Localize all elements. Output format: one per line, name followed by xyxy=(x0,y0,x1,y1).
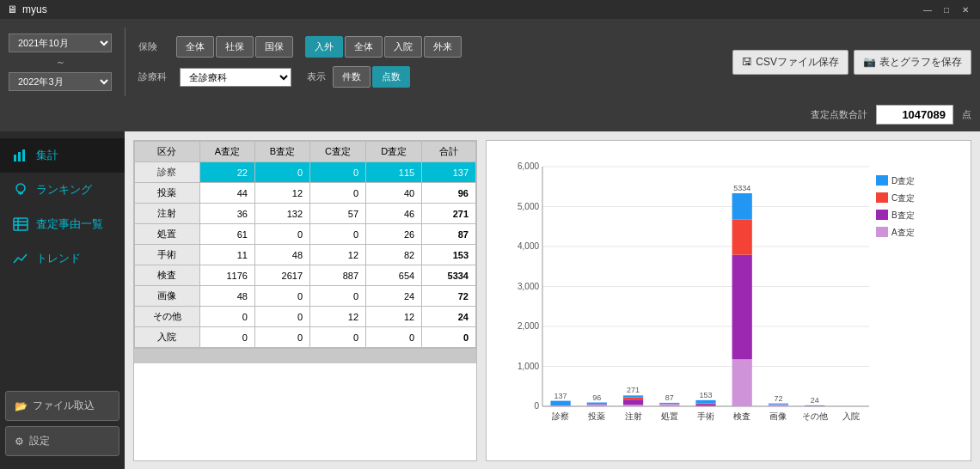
sidebar-item-ranking[interactable]: ランキング xyxy=(0,173,125,207)
svg-rect-2 xyxy=(22,149,25,161)
top-right-btns: 🖫 CSVファイル保存 📷 表とグラフを保存 xyxy=(732,50,971,75)
title-bar-left: 🖥 myus xyxy=(7,3,47,15)
table-icon xyxy=(12,216,29,233)
app-title: myus xyxy=(22,3,47,15)
col-header-D査定: D査定 xyxy=(366,142,422,162)
cell-label: 画像 xyxy=(135,286,200,307)
cell-label: その他 xyxy=(135,307,200,327)
sidebar-item-査定事由[interactable]: 査定事由一覧 xyxy=(0,207,125,241)
maximize-button[interactable]: □ xyxy=(939,3,954,15)
cell-total: 0 xyxy=(422,327,476,348)
gear-icon: ⚙ xyxy=(15,436,24,448)
table-footer-scrollbar[interactable] xyxy=(134,348,476,363)
csv-save-btn[interactable]: 🖫 CSVファイル保存 xyxy=(732,50,848,75)
cell-label: 検査 xyxy=(135,265,200,286)
cell-d: 12 xyxy=(366,307,422,327)
main-layout: 集計 ランキング 査定事由一覧 xyxy=(0,131,980,469)
cell-a: 1176 xyxy=(199,265,254,286)
title-bar: 🖥 myus — □ ✕ xyxy=(0,0,980,19)
score-bar: 査定点数合計 1047089 点 xyxy=(0,105,980,131)
insurance-row1: 保険 全体 社保 国保 入外 全体 入院 外来 xyxy=(138,36,462,58)
cell-d: 26 xyxy=(366,224,422,245)
cell-c: 12 xyxy=(310,245,366,265)
table-row: 検査 1176 2617 887 654 5334 xyxy=(135,265,476,286)
sidebar-item-trend[interactable]: トレンド xyxy=(0,241,125,276)
dept-label: 診療科 xyxy=(138,70,173,83)
insurance-koku-btn[interactable]: 国保 xyxy=(255,36,293,58)
table-row: 手術 11 48 12 82 153 xyxy=(135,245,476,265)
date-to-select[interactable]: 2022年3月 xyxy=(9,72,112,91)
title-bar-controls: — □ ✕ xyxy=(920,3,973,15)
toolbar: 2021年10月 ～ 2022年3月 保険 全体 社保 国保 入外 全体 入院 … xyxy=(0,19,980,105)
graph-save-btn[interactable]: 📷 表とグラフを保存 xyxy=(854,50,971,75)
cell-total: 96 xyxy=(422,183,476,204)
cell-c: 57 xyxy=(310,204,366,224)
file-import-btn[interactable]: 📂 ファイル取込 xyxy=(5,391,119,421)
dept-select[interactable]: 全診療科 xyxy=(180,68,291,87)
cell-a: 48 xyxy=(199,286,254,307)
cell-d: 40 xyxy=(366,183,422,204)
cell-a: 22 xyxy=(199,162,254,183)
display-count-btn[interactable]: 件数 xyxy=(333,66,371,88)
table-header-row: 区分 A査定 B査定 C査定 D査定 合計 xyxy=(135,142,476,162)
close-button[interactable]: ✕ xyxy=(958,3,973,15)
cell-b: 132 xyxy=(254,204,309,224)
cell-total: 137 xyxy=(422,162,476,183)
trend-icon xyxy=(12,250,29,267)
camera-icon: 📷 xyxy=(863,56,876,68)
col-header-B査定: B査定 xyxy=(254,142,309,162)
table-row: 投薬 44 12 0 40 96 xyxy=(135,183,476,204)
cell-c: 0 xyxy=(310,183,366,204)
date-tilde: ～ xyxy=(9,56,112,69)
cell-b: 2617 xyxy=(254,265,309,286)
cell-c: 887 xyxy=(310,265,366,286)
cell-a: 36 xyxy=(199,204,254,224)
table-row: 画像 48 0 0 24 72 xyxy=(135,286,476,307)
cell-a: 44 xyxy=(199,183,254,204)
cell-b: 0 xyxy=(254,224,309,245)
cell-label: 手術 xyxy=(135,245,200,265)
cell-b: 0 xyxy=(254,327,309,348)
cell-b: 0 xyxy=(254,286,309,307)
cell-c: 0 xyxy=(310,162,366,183)
insurance-sha-btn[interactable]: 社保 xyxy=(216,36,254,58)
display-btn-group: 件数 点数 xyxy=(333,66,410,88)
dept-row: 診療科 全診療科 表示 件数 点数 xyxy=(138,66,462,88)
toolbar-divider1 xyxy=(125,27,126,96)
cell-total: 87 xyxy=(422,224,476,245)
cell-b: 0 xyxy=(254,307,309,327)
cell-d: 654 xyxy=(366,265,422,286)
app-icon: 🖥 xyxy=(7,3,17,15)
cell-c: 0 xyxy=(310,286,366,307)
cell-d: 115 xyxy=(366,162,422,183)
admission-allinner-btn[interactable]: 全体 xyxy=(345,36,383,58)
cell-b: 0 xyxy=(254,162,309,183)
insurance-all-btn[interactable]: 全体 xyxy=(176,36,214,58)
minimize-button[interactable]: — xyxy=(920,3,935,15)
date-from-select[interactable]: 2021年10月 xyxy=(9,34,112,52)
admission-outpatient-btn[interactable]: 外来 xyxy=(424,36,462,58)
sidebar-label-ranking: ランキング xyxy=(36,182,92,198)
file-import-icon: 📂 xyxy=(15,400,28,412)
table-row: 入院 0 0 0 0 0 xyxy=(135,327,476,348)
admission-all-btn[interactable]: 入外 xyxy=(305,36,343,58)
display-points-btn[interactable]: 点数 xyxy=(372,66,410,88)
admission-inpatient-btn[interactable]: 入院 xyxy=(384,36,422,58)
date-section: 2021年10月 ～ 2022年3月 xyxy=(9,34,112,91)
col-header-A査定: A査定 xyxy=(199,142,254,162)
svg-rect-1 xyxy=(18,152,21,161)
admission-btn-group: 入外 全体 入院 外来 xyxy=(305,36,462,58)
sidebar-item-集計[interactable]: 集計 xyxy=(0,138,125,173)
cell-label: 投薬 xyxy=(135,183,200,204)
settings-btn[interactable]: ⚙ 設定 xyxy=(5,426,119,456)
cell-label: 診察 xyxy=(135,162,200,183)
svg-rect-0 xyxy=(14,155,16,161)
cell-d: 24 xyxy=(366,286,422,307)
cell-label: 処置 xyxy=(135,224,200,245)
table-row: 注射 36 132 57 46 271 xyxy=(135,204,476,224)
insurance-btn-group: 全体 社保 国保 xyxy=(176,36,293,58)
cell-label: 注射 xyxy=(135,204,200,224)
file-import-label: ファイル取込 xyxy=(33,399,95,413)
col-header-C査定: C査定 xyxy=(310,142,366,162)
table-panel: 区分 A査定 B査定 C査定 D査定 合計 診察 22 0 0 115 137 … xyxy=(133,140,477,461)
